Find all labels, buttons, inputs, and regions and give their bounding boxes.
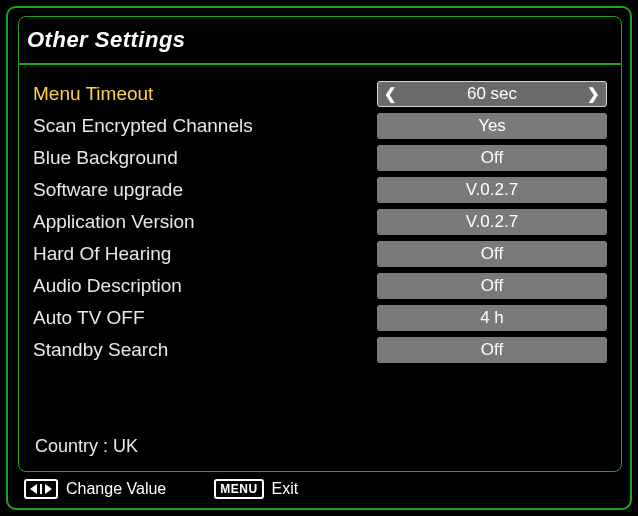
row-menu-timeout[interactable]: Menu Timeout ❮ 60 sec ❯	[33, 79, 607, 109]
label-blue-background: Blue Background	[33, 147, 377, 169]
left-right-key-icon	[24, 479, 58, 499]
label-menu-timeout: Menu Timeout	[33, 83, 377, 105]
header: Other Settings	[18, 16, 622, 64]
row-auto-tv-off[interactable]: Auto TV OFF 4 h	[33, 303, 607, 333]
value-text: Off	[481, 244, 503, 264]
row-application-version[interactable]: Application Version V.0.2.7	[33, 207, 607, 237]
value-text: Off	[481, 340, 503, 360]
country-line: Country : UK	[35, 436, 138, 457]
label-audio-description: Audio Description	[33, 275, 377, 297]
menu-key-icon: MENU	[214, 479, 263, 499]
value-menu-timeout[interactable]: ❮ 60 sec ❯	[377, 81, 607, 107]
page-title: Other Settings	[27, 27, 186, 53]
value-text: Off	[481, 148, 503, 168]
footer-hints: Change Value MENU Exit	[18, 474, 622, 504]
label-hard-of-hearing: Hard Of Hearing	[33, 243, 377, 265]
label-application-version: Application Version	[33, 211, 377, 233]
label-software-upgrade: Software upgrade	[33, 179, 377, 201]
label-auto-tv-off: Auto TV OFF	[33, 307, 377, 329]
row-blue-background[interactable]: Blue Background Off	[33, 143, 607, 173]
hint-exit: Exit	[272, 480, 299, 498]
arrow-right-icon[interactable]: ❯	[587, 85, 600, 103]
value-text: 60 sec	[467, 84, 517, 104]
label-standby-search: Standby Search	[33, 339, 377, 361]
value-software-upgrade[interactable]: V.0.2.7	[377, 177, 607, 203]
value-text: 4 h	[480, 308, 504, 328]
value-auto-tv-off[interactable]: 4 h	[377, 305, 607, 331]
row-audio-description[interactable]: Audio Description Off	[33, 271, 607, 301]
value-text: V.0.2.7	[466, 180, 518, 200]
value-scan-encrypted[interactable]: Yes	[377, 113, 607, 139]
value-application-version[interactable]: V.0.2.7	[377, 209, 607, 235]
value-standby-search[interactable]: Off	[377, 337, 607, 363]
value-blue-background[interactable]: Off	[377, 145, 607, 171]
row-standby-search[interactable]: Standby Search Off	[33, 335, 607, 365]
value-text: Off	[481, 276, 503, 296]
row-hard-of-hearing[interactable]: Hard Of Hearing Off	[33, 239, 607, 269]
settings-body: Menu Timeout ❮ 60 sec ❯ Scan Encrypted C…	[18, 64, 622, 472]
value-text: Yes	[478, 116, 506, 136]
hint-change-value: Change Value	[66, 480, 166, 498]
value-hard-of-hearing[interactable]: Off	[377, 241, 607, 267]
row-software-upgrade[interactable]: Software upgrade V.0.2.7	[33, 175, 607, 205]
row-scan-encrypted[interactable]: Scan Encrypted Channels Yes	[33, 111, 607, 141]
settings-window: Other Settings Menu Timeout ❮ 60 sec ❯ S…	[6, 6, 632, 510]
value-text: V.0.2.7	[466, 212, 518, 232]
value-audio-description[interactable]: Off	[377, 273, 607, 299]
arrow-left-icon[interactable]: ❮	[384, 85, 397, 103]
label-scan-encrypted: Scan Encrypted Channels	[33, 115, 377, 137]
